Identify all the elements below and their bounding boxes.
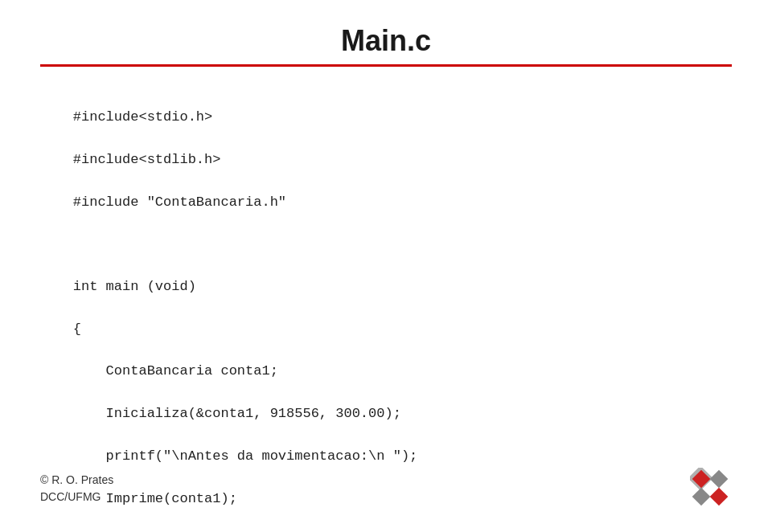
logo-container	[690, 468, 732, 509]
footer: © R. O. PratesDCC/UFMG	[40, 468, 732, 509]
footer-author: © R. O. PratesDCC/UFMG	[40, 472, 113, 505]
page-title: Main.c	[40, 24, 732, 58]
red-divider	[40, 64, 732, 67]
code-line-5: int main (void)	[73, 279, 196, 294]
title-section: Main.c	[40, 24, 732, 58]
code-line-6: {	[73, 321, 81, 337]
svg-rect-3	[692, 488, 711, 506]
code-block: #include<stdio.h> #include<stdlib.h> #in…	[40, 86, 732, 532]
code-line-1: #include<stdio.h>	[73, 109, 212, 125]
code-line-8: Inicializa(&conta1, 918556, 300.00);	[73, 406, 401, 421]
page-container: Main.c #include<stdio.h> #include<stdlib…	[0, 0, 772, 532]
code-line-3: #include "ContaBancaria.h"	[73, 194, 286, 210]
code-line-2: #include<stdlib.h>	[73, 152, 221, 167]
code-line-9: printf("\nAntes da movimentacao:\n ");	[73, 448, 417, 464]
code-line-7: ContaBancaria conta1;	[73, 363, 278, 379]
svg-rect-2	[710, 470, 729, 489]
dcc-ufmg-logo	[690, 468, 732, 509]
svg-rect-4	[710, 488, 729, 506]
